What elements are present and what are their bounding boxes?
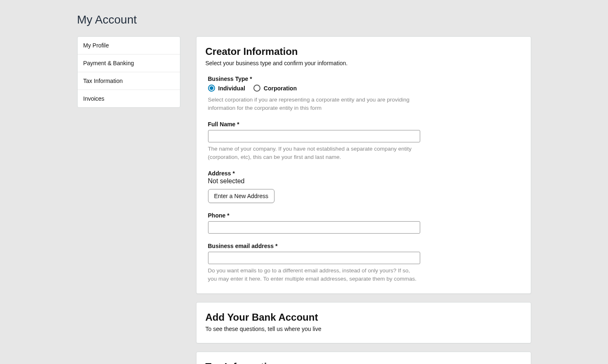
business-email-input[interactable]: [208, 252, 420, 264]
address-group: Address * Not selected Enter a New Addre…: [208, 170, 420, 203]
full-name-help: The name of your company. If you have no…: [208, 145, 420, 161]
creator-info-subtitle: Select your business type and confirm yo…: [206, 60, 522, 66]
bank-subtitle: To see these questions, tell us where yo…: [206, 326, 522, 332]
tax-information-card: Tax Information To see these questions, …: [196, 352, 531, 364]
phone-input[interactable]: [208, 221, 420, 234]
business-type-group: Business Type * Individual Corporation: [208, 76, 420, 112]
phone-group: Phone *: [208, 212, 420, 234]
sidebar-item-my-profile[interactable]: My Profile: [78, 37, 180, 54]
business-type-corporation-radio[interactable]: Corporation: [253, 85, 297, 92]
address-value: Not selected: [208, 177, 420, 185]
page-title: My Account: [77, 13, 531, 26]
main-content: Creator Information Select your business…: [196, 36, 531, 364]
radio-icon: [208, 85, 215, 92]
sidebar-item-label: Payment & Banking: [83, 60, 134, 66]
business-email-help: Do you want emails to go to a different …: [208, 267, 420, 283]
full-name-label: Full Name *: [208, 121, 420, 128]
radio-label: Corporation: [264, 85, 297, 92]
business-email-label: Business email address *: [208, 243, 420, 249]
sidebar-nav: My Profile Payment & Banking Tax Informa…: [77, 36, 180, 108]
full-name-input[interactable]: [208, 130, 420, 142]
bank-account-card: Add Your Bank Account To see these quest…: [196, 302, 531, 343]
creator-information-card: Creator Information Select your business…: [196, 36, 531, 294]
enter-new-address-button[interactable]: Enter a New Address: [208, 189, 275, 203]
tax-title: Tax Information: [206, 361, 522, 364]
business-type-label: Business Type *: [208, 76, 420, 82]
bank-title: Add Your Bank Account: [206, 312, 522, 323]
business-type-individual-radio[interactable]: Individual: [208, 85, 245, 92]
sidebar-item-payment-banking[interactable]: Payment & Banking: [78, 54, 180, 72]
radio-label: Individual: [218, 85, 245, 92]
business-email-group: Business email address * Do you want ema…: [208, 243, 420, 283]
creator-info-title: Creator Information: [206, 46, 522, 57]
full-name-group: Full Name * The name of your company. If…: [208, 121, 420, 161]
sidebar-item-label: Tax Information: [83, 78, 123, 84]
sidebar-item-invoices[interactable]: Invoices: [78, 90, 180, 107]
sidebar-item-label: Invoices: [83, 95, 104, 102]
radio-icon: [253, 85, 260, 92]
sidebar-item-tax-information[interactable]: Tax Information: [78, 72, 180, 90]
phone-label: Phone *: [208, 212, 420, 219]
business-type-help: Select corporation if you are representi…: [208, 96, 420, 112]
address-label: Address *: [208, 170, 420, 177]
sidebar-item-label: My Profile: [83, 42, 109, 49]
